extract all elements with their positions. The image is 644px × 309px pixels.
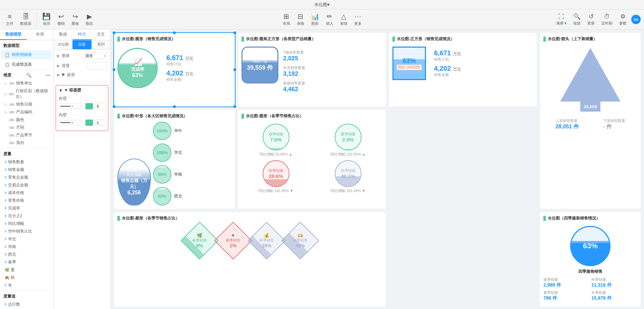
toolbar-table[interactable]: ⊟ 表格 xyxy=(294,11,307,27)
toolbar-save[interactable]: 💾 保存 xyxy=(40,11,53,27)
measure-item-13[interactable]: # 春季 xyxy=(0,258,53,266)
chart-arrow[interactable]: ▊ 水位图-箭头（上下装销量） 63% 完成率 39,559 xyxy=(540,33,641,209)
dim-item-7[interactable]: abc 系列 xyxy=(0,139,53,147)
inner-wall-thickness[interactable] xyxy=(95,119,105,126)
chart-four-seasons[interactable]: ▊ 水位图（四季服装销售情况） 63% 四季服饰销售 春季销量 xyxy=(540,212,641,307)
toolbar-zoom[interactable]: 🔍 缩放 xyxy=(571,11,583,27)
sc-circle-1: 夏季销量 2.0% xyxy=(335,124,362,150)
sc-yoy-arrow-3: ▼ xyxy=(362,189,366,193)
inner-wall-line-select[interactable]: ▾ xyxy=(59,120,83,125)
chart-circle-completion[interactable]: ▊ 水位图-圆形（销售完成情况） 📈 完成率 63% 6,671 xyxy=(114,33,235,107)
chart-title-1: ▊ 水位图-圆形（销售完成情况） xyxy=(117,36,231,42)
outer-wall-thickness[interactable] xyxy=(95,103,105,110)
style-subtab-container[interactable]: 容器 xyxy=(72,40,91,49)
dim-item-1[interactable]: ▷ abc 行政区划（数据级次） xyxy=(0,87,53,101)
stat-amount: 4,202 万元 销售金额 xyxy=(166,69,193,82)
dim-item-2[interactable]: ▷ abc 销售日期 xyxy=(0,101,53,108)
toolbar-datasource[interactable]: 🗄 数据源 xyxy=(17,11,34,27)
middle-tab-style[interactable]: 样式 xyxy=(72,29,91,40)
season-circle-3: 冬季销量 40.1% 同比增幅 161.64% ▼ xyxy=(314,160,382,193)
measure-label-7: 百分之2 xyxy=(8,213,22,219)
dim-item-0[interactable]: ▷ abc 销售单位 xyxy=(0,79,53,87)
tab-layout[interactable]: 布局 xyxy=(27,29,54,40)
measure-item-6[interactable]: # 完成率 xyxy=(0,204,53,212)
middle-tab-data[interactable]: 数据 xyxy=(54,29,72,40)
chart-content-1: 📈 完成率 63% 6,671 万元 销售计划 xyxy=(117,45,231,91)
measure-title: 度量 xyxy=(3,151,11,157)
toolbar-timer[interactable]: ⏱ 定时刷 xyxy=(599,12,614,27)
chart-square-completion[interactable]: ▊ 水位图-正方形（销售完成情况） 63% 同比: 164.52% xyxy=(389,33,537,107)
shape-select[interactable]: 圆形 ▾ xyxy=(84,52,107,59)
outer-wall-label: 外壁 xyxy=(59,96,105,102)
dim-item-4[interactable]: abc 颜色 xyxy=(0,116,53,124)
title-dropdown-icon[interactable]: ▾ xyxy=(327,2,330,7)
measure-item-9[interactable]: # 华中销售占比 xyxy=(0,228,53,235)
measure-item-12[interactable]: # 西北 xyxy=(0,251,53,258)
toolbar-chart[interactable]: 📊 图形 xyxy=(308,11,322,27)
toolbar-refresh[interactable]: ↺ 更新 xyxy=(585,11,597,27)
measure-item-8[interactable]: # 同比增幅 xyxy=(0,220,53,228)
measure-item-7[interactable]: # 百分之2 xyxy=(0,212,53,220)
measure-item-0[interactable]: # 销售数量 xyxy=(0,158,53,166)
outer-wall-line-select[interactable]: ▾ xyxy=(59,104,83,109)
leaf-icon-15: 🍂 xyxy=(5,275,9,280)
measure-label-3: 交易总金额 xyxy=(8,182,28,188)
toolbar-shape[interactable]: △ 形状 xyxy=(337,11,350,27)
background-color-input[interactable] xyxy=(87,62,107,69)
measure-item-11[interactable]: # 华南 xyxy=(0,243,53,251)
toolbar-fullscreen[interactable]: ⛶ 满屏 ▾ xyxy=(554,12,569,27)
measure-item-5[interactable]: # 零售价格 xyxy=(0,197,53,204)
measure-item-10[interactable]: # 华北 xyxy=(0,235,53,243)
measure-item-3[interactable]: # 交易总金额 xyxy=(0,181,53,189)
measure-item-16[interactable]: # 冬 xyxy=(0,282,53,289)
toolbar-redo[interactable]: ↪ 重做 xyxy=(69,11,82,27)
needle-region-2: 96% 华南 xyxy=(153,165,182,184)
measure-item-15[interactable]: 🍂 秋 xyxy=(0,274,53,282)
toolbar-undo[interactable]: ↩ 撤销 xyxy=(55,11,67,27)
chart-rounded-square[interactable]: ▊ 水位图-圆角正方形（各类型产品销量） 明星产品 39,559 件 xyxy=(238,33,386,107)
toolbar-more[interactable]: ⋯ 更多 xyxy=(352,11,364,27)
needle-circle-3: 90% xyxy=(153,187,171,205)
nc-text-1: 108% xyxy=(157,150,168,155)
dimension-expand-icon[interactable]: ⋯ xyxy=(46,73,50,78)
chart-needle[interactable]: ▊ 水位图-针形（各大区销售完成情况） 164.52% 同比增幅 销 xyxy=(114,110,235,209)
measure-label-13: 春季 xyxy=(8,259,16,265)
type-badge-7: abc xyxy=(9,141,15,145)
dim-item-3[interactable]: ▷ abc 产品编码 xyxy=(0,108,53,116)
style-subtab-series[interactable]: 系列 xyxy=(92,40,110,49)
needle-drop-body: 164.52% 同比增幅 销售总额（万元） 6,256 xyxy=(117,159,151,205)
measure-item-1[interactable]: # 销售金额 xyxy=(0,166,53,174)
diamond-label-3: 冬季销售 xyxy=(293,238,308,243)
rsq-stats: T恤销售数量 2,025 夹克销售数量 3,192 棉服销售数量 4,462 xyxy=(283,47,305,93)
user-area[interactable]: Un xyxy=(631,15,641,24)
measure-label-1: 销售金额 xyxy=(8,167,24,173)
expand-icon-2: ▷ xyxy=(5,103,8,106)
nc-val-2: 96% xyxy=(158,172,166,177)
sq-yoy: 同比: 164.52% xyxy=(397,65,421,70)
measure-item-14[interactable]: 🌿 夏 xyxy=(0,266,53,274)
style-subtab-water[interactable]: 水位图 xyxy=(54,40,72,49)
model-item-completion[interactable]: 📋 完成情况表 xyxy=(1,60,52,69)
inner-wall-color-swatch[interactable] xyxy=(85,119,93,126)
outer-wall-color-swatch[interactable] xyxy=(85,103,93,110)
measure-item-4[interactable]: # 成本价格 xyxy=(0,189,53,197)
sc-circle-0: 春季销量 7.6% xyxy=(263,124,289,150)
sc-fill-2 xyxy=(263,179,289,186)
mv-item-0[interactable]: # 总行数 xyxy=(0,301,53,308)
toolbar-preview[interactable]: ▶ 预览 xyxy=(83,11,96,27)
toolbar-insert[interactable]: ✏ 插入 xyxy=(323,11,336,27)
toolbar-file[interactable]: ≡ 文件 xyxy=(3,11,16,27)
dimension-search-icon[interactable]: 🔍 xyxy=(26,73,32,78)
dim-item-6[interactable]: abc 产品季节 xyxy=(0,131,53,139)
toolbar-layout[interactable]: ⊞ 布局 xyxy=(280,11,293,27)
chart-season-circles[interactable]: ▊ 水位图-圆形（各季节销售占比） 春季销量 7.6% xyxy=(238,110,386,209)
toolbar-params[interactable]: ⚙ 参数 xyxy=(617,11,629,27)
model-item-sales[interactable]: 📋 销售明细表 xyxy=(1,50,52,59)
chart-diamond[interactable]: ▊ 水位图-菱形（各季节销售占比） 🌿 春季销售 8 xyxy=(114,212,386,307)
dim-item-5[interactable]: abc 尺码 xyxy=(0,124,53,131)
refresh-icon: ↺ xyxy=(589,13,594,20)
middle-tab-interact[interactable]: 交互 xyxy=(92,29,110,40)
tab-data-model[interactable]: 数据模型 xyxy=(0,29,27,40)
measure-item-2[interactable]: # 零售总金额 xyxy=(0,174,53,181)
measure-label-12: 西北 xyxy=(8,252,16,257)
